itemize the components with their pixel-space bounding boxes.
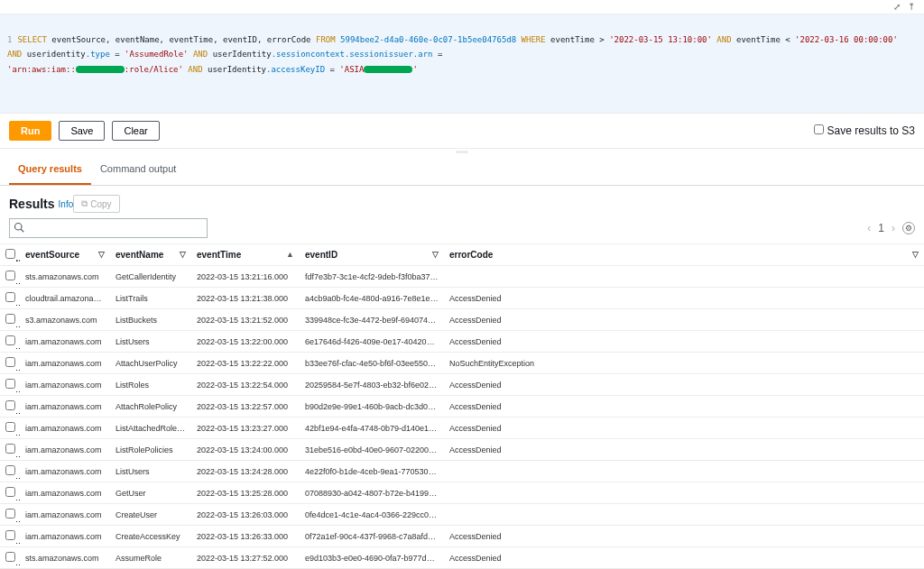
table-row[interactable]: iam.amazonaws.comListRolePolicies2022-03… — [0, 439, 924, 461]
cell-eventtime: 2022-03-15 13:26:33.000 — [191, 526, 300, 547]
cell-eventid: fdf7e3b7-3c1e-4cf2-9deb-f3f0ba372914 — [300, 266, 444, 288]
table-row[interactable]: iam.amazonaws.comCreateUser2022-03-15 13… — [0, 504, 924, 526]
row-checkbox[interactable] — [5, 465, 15, 475]
row-checkbox[interactable] — [5, 444, 15, 454]
cell-eventsource: iam.amazonaws.com — [20, 526, 110, 547]
cell-eventname: ListUsers — [110, 331, 191, 353]
expand-icon[interactable]: ⤢ — [893, 2, 901, 12]
save-s3-checkbox[interactable] — [814, 124, 824, 134]
info-link[interactable]: Info — [59, 199, 74, 209]
tab-command-output[interactable]: Command output — [91, 154, 185, 185]
cell-eventtime: 2022-03-15 13:23:27.000 — [191, 418, 300, 439]
run-button[interactable]: Run — [9, 121, 51, 141]
cell-errorcode: AccessDenied — [444, 526, 924, 547]
cell-errorcode — [444, 482, 924, 504]
row-checkbox[interactable] — [5, 357, 15, 367]
copy-button[interactable]: ⧉Copy — [73, 195, 119, 213]
table-row[interactable]: iam.amazonaws.comGetUser2022-03-15 13:25… — [0, 482, 924, 504]
cell-eventtime: 2022-03-15 13:26:03.000 — [191, 504, 300, 526]
cell-eventsource: iam.amazonaws.com — [20, 439, 110, 461]
col-eventtime[interactable]: eventTime▲ — [191, 244, 300, 266]
sort-icon[interactable]: ▽ — [912, 250, 919, 259]
cell-errorcode: NoSuchEntityException — [444, 353, 924, 374]
sort-icon[interactable]: ▽ — [432, 250, 439, 259]
cell-eventid: 6e17646d-f426-409e-0e17-404201e20541 — [300, 331, 444, 353]
table-row[interactable]: sts.amazonaws.comGetCallerIdentity2022-0… — [0, 266, 924, 288]
select-all-checkbox[interactable] — [5, 249, 15, 259]
col-eventid[interactable]: eventID▽ — [300, 244, 444, 266]
cell-eventsource: iam.amazonaws.com — [20, 374, 110, 396]
col-errorcode[interactable]: errorCode▽ — [444, 244, 924, 266]
table-row[interactable]: iam.amazonaws.comCreateAccessKey2022-03-… — [0, 526, 924, 547]
cell-eventname: GetCallerIdentity — [110, 266, 191, 288]
save-button[interactable]: Save — [59, 121, 105, 141]
cell-eventsource: sts.amazonaws.com — [20, 547, 110, 569]
cell-errorcode: AccessDenied — [444, 418, 924, 439]
col-eventname[interactable]: eventName▽ — [110, 244, 191, 266]
cell-eventtime: 2022-03-15 13:21:52.000 — [191, 309, 300, 331]
cell-eventid: 31ebe516-e0bd-40e0-9607-022003014e0e — [300, 439, 444, 461]
cell-eventsource: s3.amazonaws.com — [20, 309, 110, 331]
pager-prev-icon[interactable]: ‹ — [867, 222, 871, 234]
cell-eventtime: 2022-03-15 13:25:28.000 — [191, 482, 300, 504]
sort-icon[interactable]: ▽ — [98, 250, 105, 259]
results-table: eventSource▽ eventName▽ eventTime▲ event… — [0, 243, 924, 569]
cell-errorcode — [444, 461, 924, 482]
row-checkbox[interactable] — [5, 509, 15, 519]
pagination: ‹ 1 › ⚙ — [867, 222, 915, 234]
table-row[interactable]: iam.amazonaws.comListAttachedRolePolicie… — [0, 418, 924, 439]
cell-eventsource: iam.amazonaws.com — [20, 482, 110, 504]
cell-eventname: ListAttachedRolePolicies — [110, 418, 191, 439]
cell-eventid: 4e22f0f0-b1de-4ceb-9ea1-770530eb5140 — [300, 461, 444, 482]
cell-eventid: b90d2e9e-99e1-460b-9acb-dc3d0ae98d02 — [300, 396, 444, 418]
cell-eventid: 0fe4dce1-4c1e-4ac4-0366-229cc093cee4 — [300, 504, 444, 526]
table-row[interactable]: iam.amazonaws.comListUsers2022-03-15 13:… — [0, 331, 924, 353]
row-checkbox[interactable] — [5, 487, 15, 497]
sort-asc-icon[interactable]: ▲ — [286, 250, 294, 259]
popout-icon[interactable]: ⤒ — [908, 2, 915, 12]
table-row[interactable]: s3.amazonaws.comListBuckets2022-03-15 13… — [0, 309, 924, 331]
row-checkbox[interactable] — [5, 314, 15, 324]
cell-eventid: 42bf1e94-e4fa-4748-0b79-d140e1b02261 — [300, 418, 444, 439]
results-search-input[interactable] — [9, 218, 208, 238]
row-checkbox[interactable] — [5, 422, 15, 432]
row-checkbox[interactable] — [5, 379, 15, 389]
line-number: 1 — [7, 35, 12, 44]
cell-errorcode: AccessDenied — [444, 374, 924, 396]
table-row[interactable]: cloudtrail.amazonaws.comListTrails2022-0… — [0, 288, 924, 309]
save-results-s3[interactable]: Save results to S3 — [814, 124, 915, 137]
row-checkbox[interactable] — [5, 335, 15, 345]
row-checkbox[interactable] — [5, 292, 15, 302]
row-checkbox[interactable] — [5, 271, 15, 280]
clear-button[interactable]: Clear — [112, 121, 159, 141]
sql-editor[interactable]: 1SELECT eventSource, eventName, eventTim… — [0, 14, 924, 114]
table-row[interactable]: iam.amazonaws.comListRoles2022-03-15 13:… — [0, 374, 924, 396]
svg-point-0 — [15, 224, 23, 231]
tab-query-results[interactable]: Query results — [9, 154, 91, 185]
redacted-key — [364, 66, 412, 73]
row-checkbox[interactable] — [5, 530, 15, 540]
cell-eventid: 20259584-5e7f-4803-eb32-bf6e02067c40 — [300, 374, 444, 396]
cell-errorcode: AccessDenied — [444, 309, 924, 331]
cell-eventtime: 2022-03-15 13:24:00.000 — [191, 439, 300, 461]
table-row[interactable]: iam.amazonaws.comAttachUserPolicy2022-03… — [0, 353, 924, 374]
cell-eventsource: iam.amazonaws.com — [20, 418, 110, 439]
copy-icon: ⧉ — [81, 198, 88, 209]
col-eventsource[interactable]: eventSource▽ — [20, 244, 110, 266]
cell-eventsource: sts.amazonaws.com — [20, 266, 110, 288]
cell-eventid: b33ee76f-cfac-4e50-bf6f-03ee550cae40 — [300, 353, 444, 374]
redacted-account-id — [76, 66, 125, 73]
cell-eventsource: iam.amazonaws.com — [20, 396, 110, 418]
sort-icon[interactable]: ▽ — [180, 250, 186, 259]
cell-eventsource: iam.amazonaws.com — [20, 353, 110, 374]
cell-eventname: AttachUserPolicy — [110, 353, 191, 374]
table-row[interactable]: iam.amazonaws.comAttachRolePolicy2022-03… — [0, 396, 924, 418]
row-checkbox[interactable] — [5, 400, 15, 410]
table-row[interactable]: iam.amazonaws.comListUsers2022-03-15 13:… — [0, 461, 924, 482]
row-checkbox[interactable] — [5, 552, 15, 562]
cell-errorcode: AccessDenied — [444, 288, 924, 309]
settings-gear-icon[interactable]: ⚙ — [902, 222, 915, 234]
cell-eventtime: 2022-03-15 13:22:54.000 — [191, 374, 300, 396]
pager-next-icon[interactable]: › — [892, 222, 895, 234]
table-row[interactable]: sts.amazonaws.comAssumeRole2022-03-15 13… — [0, 547, 924, 569]
